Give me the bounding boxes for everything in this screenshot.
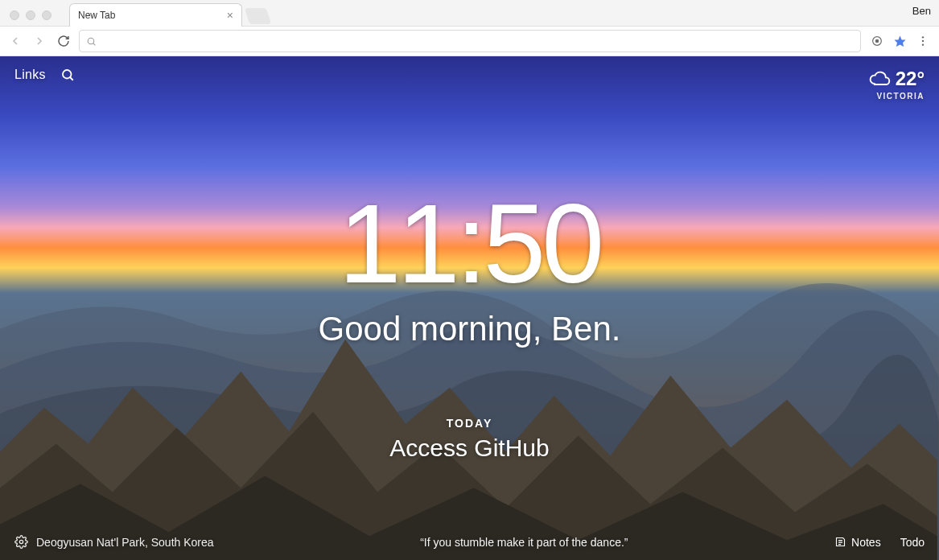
svg-point-0 <box>88 38 94 44</box>
svg-line-1 <box>93 43 96 45</box>
notes-button[interactable]: Notes <box>834 536 881 549</box>
quote[interactable]: “If you stumble make it part of the danc… <box>214 536 834 549</box>
dashboard-search-button[interactable] <box>60 68 75 82</box>
bookmark-star-icon[interactable] <box>893 35 907 48</box>
notes-label: Notes <box>851 536 881 549</box>
browser-chrome: New Tab × Ben <box>0 0 939 56</box>
window-controls <box>0 10 51 26</box>
svg-point-10 <box>19 540 23 543</box>
focus-label: TODAY <box>389 417 549 430</box>
tab-title: New Tab <box>78 10 115 21</box>
window-minimize-button[interactable] <box>26 10 35 20</box>
window-maximize-button[interactable] <box>42 10 51 20</box>
location-target-icon[interactable] <box>871 35 883 47</box>
weather-temperature: 22° <box>896 68 925 90</box>
svg-line-9 <box>70 77 73 80</box>
window-close-button[interactable] <box>10 10 19 20</box>
back-button[interactable] <box>6 32 24 50</box>
clock: 11:50 <box>0 187 939 300</box>
titlebar: New Tab × Ben <box>0 0 939 26</box>
browser-menu-icon[interactable] <box>916 35 929 47</box>
greeting: Good morning, Ben. <box>0 310 939 348</box>
weather-widget[interactable]: 22° VICTORIA <box>868 68 925 101</box>
forward-button[interactable] <box>31 32 48 50</box>
svg-point-8 <box>63 70 72 79</box>
todo-button[interactable]: Todo <box>900 536 925 549</box>
toolbar-right-icons <box>867 35 933 48</box>
search-icon <box>60 68 75 82</box>
svg-point-5 <box>922 36 924 38</box>
svg-marker-4 <box>894 35 905 46</box>
gear-icon <box>14 535 28 549</box>
profile-name[interactable]: Ben <box>912 5 931 17</box>
photo-location[interactable]: Deogyusan Nat'l Park, South Korea <box>36 536 214 549</box>
note-icon <box>834 536 846 548</box>
focus-text[interactable]: Access GitHub <box>389 434 549 462</box>
browser-toolbar <box>0 26 939 56</box>
browser-tab[interactable]: New Tab × <box>69 3 242 27</box>
weather-location: VICTORIA <box>868 92 925 101</box>
address-bar[interactable] <box>79 30 861 52</box>
svg-point-7 <box>922 43 924 45</box>
settings-button[interactable] <box>14 535 28 549</box>
dashboard: Links 22° VICTORIA 11:50 Good morning, B… <box>0 56 939 560</box>
todo-label: Todo <box>900 536 925 549</box>
svg-point-3 <box>875 39 878 42</box>
cloud-icon <box>868 71 891 87</box>
svg-point-6 <box>922 40 924 42</box>
tab-close-button[interactable]: × <box>227 10 233 21</box>
new-tab-button[interactable] <box>245 8 271 24</box>
reload-button[interactable] <box>55 32 72 50</box>
links-button[interactable]: Links <box>14 68 46 82</box>
search-icon <box>86 36 97 47</box>
